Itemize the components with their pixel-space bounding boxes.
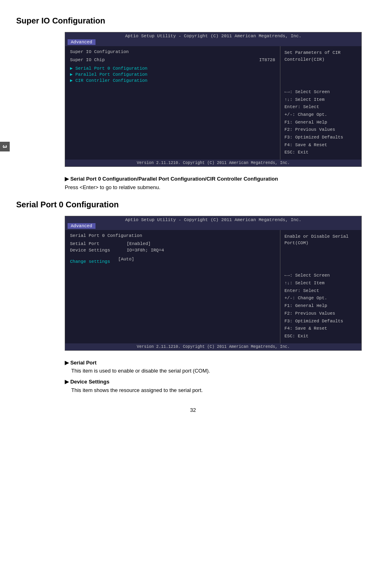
serial-port-label: Setial Port xyxy=(70,241,127,246)
desc-text-1: Press <Enter> to go to relative submenu. xyxy=(65,183,362,192)
bios-right-top-2: Enable or Disable Serial Port(COM) xyxy=(284,233,357,247)
description-block-1: Serial Port 0 Configuration/Parallel Por… xyxy=(65,175,362,192)
bios-tab-2: Advanced xyxy=(68,223,95,229)
change-settings-value: [Auto] xyxy=(118,257,134,264)
bios-left-1: Super IO Configuration Super IO Chip IT8… xyxy=(65,46,280,160)
bios-header-1: Aptio Setup Utility - Copyright (C) 2011… xyxy=(65,32,361,46)
bullet-title-serial-port: Serial Port xyxy=(65,360,97,366)
bios-footer-1: Version 2.11.1210. Copyright (C) 2011 Am… xyxy=(65,160,361,166)
bios-row-device-settings: Device Settings IO=3F8h; IRQ=4 xyxy=(70,248,275,253)
bullet-text-serial-port: This item is used to enable or disable t… xyxy=(71,367,362,375)
menu-item-cir: CIR Contrller Configuration xyxy=(70,78,275,83)
change-settings-label: Change settings xyxy=(70,259,110,264)
bios-section-title-1: Super IO Configuration xyxy=(70,49,275,54)
description-block-2: Serial Port This item is used to enable … xyxy=(65,359,362,395)
serial-port-value: [Enabled] xyxy=(127,241,151,246)
bios-box-2: Aptio Setup Utility - Copyright (C) 2011… xyxy=(65,216,362,351)
menu-item-serial: Serial Port 0 Configuration xyxy=(70,66,275,71)
bios-right-top-1: Set Parameters of CIR Controller(CIR) xyxy=(284,49,357,63)
bullet-text-device-settings: This item shows the resource assigned to… xyxy=(71,386,362,395)
bios-box-1: Aptio Setup Utility - Copyright (C) 2011… xyxy=(65,32,362,167)
chip-value: IT8728 xyxy=(259,58,275,62)
bios-right-bottom-1: ←→: Select Screen ↑↓: Select Item Enter:… xyxy=(284,88,357,156)
device-settings-label: Device Settings xyxy=(70,248,127,253)
chapter-marker: 3 xyxy=(0,142,10,151)
bios-right-2: Enable or Disable Serial Port(COM) ←→: S… xyxy=(280,230,361,343)
page-number: 32 xyxy=(16,407,370,413)
bullet-title-device-settings: Device Settings xyxy=(65,379,109,385)
section2-title: Serial Port 0 Configuration xyxy=(16,200,370,209)
menu-item-parallel: Parallel Port Configuration xyxy=(70,72,275,77)
bios-section-title-2: Serial Port 0 Configuration xyxy=(70,233,275,238)
chip-label: Super IO Chip xyxy=(70,58,105,62)
bios-chip-row: Super IO Chip IT8728 xyxy=(70,58,275,62)
bios-row-change-settings: Change settings [Auto] xyxy=(70,257,275,264)
bios-tab-1: Advanced xyxy=(68,39,95,45)
bios-header-2: Aptio Setup Utility - Copyright (C) 2011… xyxy=(65,216,361,230)
bios-left-2: Serial Port 0 Configuration Setial Port … xyxy=(65,230,280,343)
section1-title: Super IO Configuration xyxy=(16,16,370,26)
bios-right-1: Set Parameters of CIR Controller(CIR) ←→… xyxy=(280,46,361,160)
desc-title-1: Serial Port 0 Configuration/Parallel Por… xyxy=(65,176,278,182)
device-settings-value: IO=3F8h; IRQ=4 xyxy=(127,248,164,253)
bios-footer-2: Version 2.11.1210. Copyright (C) 2011 Am… xyxy=(65,343,361,350)
bios-row-serial-port: Setial Port [Enabled] xyxy=(70,241,275,246)
bios-right-bottom-2: ←→: Select Screen ↑↓: Select Item Enter:… xyxy=(284,272,357,340)
